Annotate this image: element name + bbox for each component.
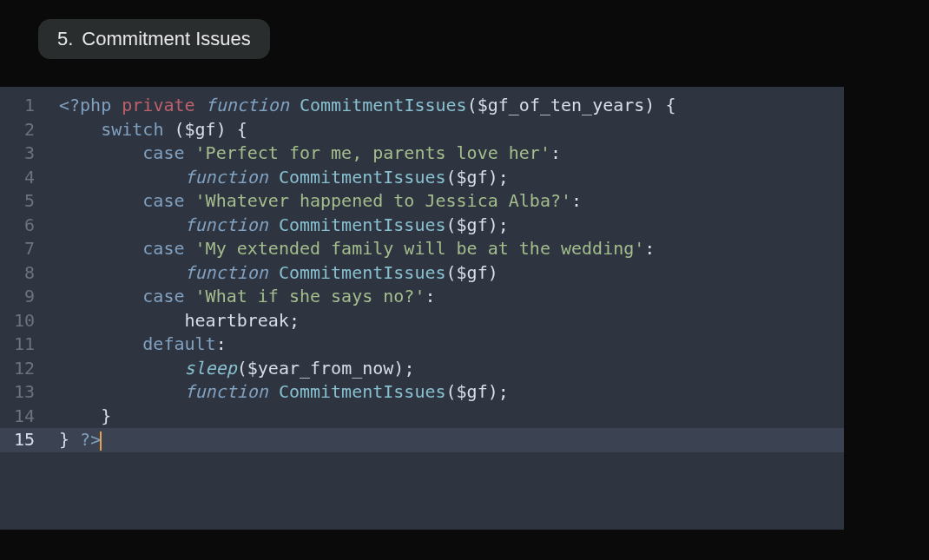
line-number: 15 (0, 428, 47, 452)
code-line[interactable]: case 'My extended family will be at the … (47, 237, 844, 261)
text-cursor (100, 432, 102, 451)
section-number: 5. (57, 28, 73, 50)
section-title: Commitment Issues (82, 28, 250, 50)
line-number: 9 (0, 285, 47, 309)
code-line[interactable]: case 'What if she says no?': (47, 285, 844, 309)
line-number: 4 (0, 166, 47, 190)
code-line[interactable]: function CommitmentIssues($gf); (47, 166, 844, 190)
line-number: 14 (0, 405, 47, 429)
code-line[interactable]: heartbreak; (47, 309, 844, 333)
code-line[interactable]: case 'Whatever happened to Jessica Alba?… (47, 189, 844, 214)
code-line[interactable]: <?php private function CommitmentIssues(… (47, 94, 844, 118)
line-number: 6 (0, 214, 47, 238)
line-number-gutter: 123456789101112131415 (0, 87, 47, 530)
code-line[interactable]: function CommitmentIssues($gf) (47, 261, 844, 286)
code-line[interactable]: } ?> (47, 428, 844, 452)
code-line[interactable]: case 'Perfect for me, parents love her': (47, 142, 844, 166)
code-content[interactable]: <?php private function CommitmentIssues(… (47, 87, 844, 530)
code-line[interactable]: function CommitmentIssues($gf); (47, 214, 844, 238)
line-number: 1 (0, 94, 47, 118)
code-editor[interactable]: 123456789101112131415 <?php private func… (0, 87, 844, 530)
code-line[interactable]: sleep($year_from_now); (47, 357, 844, 381)
line-number: 5 (0, 189, 47, 214)
line-number: 3 (0, 142, 47, 166)
line-number: 7 (0, 237, 47, 261)
line-number: 10 (0, 309, 47, 333)
line-number: 12 (0, 357, 47, 381)
line-number: 11 (0, 333, 47, 357)
line-number: 13 (0, 380, 47, 405)
line-number: 8 (0, 261, 47, 286)
code-line[interactable]: default: (47, 333, 844, 357)
code-line[interactable]: } (47, 405, 844, 429)
line-number: 2 (0, 118, 47, 142)
section-header: 5. Commitment Issues (38, 19, 270, 59)
code-line[interactable]: switch ($gf) { (47, 118, 844, 142)
code-line[interactable]: function CommitmentIssues($gf); (47, 380, 844, 405)
